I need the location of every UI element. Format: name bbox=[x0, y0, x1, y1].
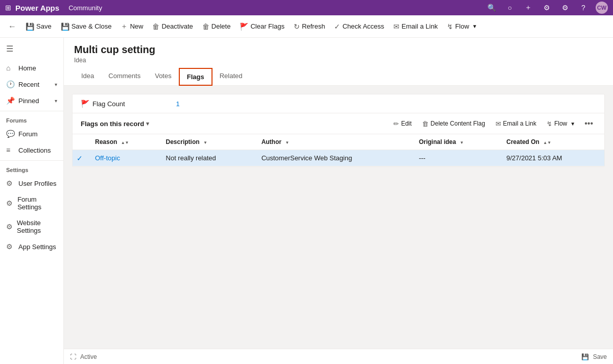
row-reason: Off-topic bbox=[89, 150, 160, 166]
tab-votes[interactable]: Votes bbox=[148, 68, 179, 85]
sidebar-divider-2 bbox=[0, 160, 63, 161]
subgrid-title[interactable]: Flags on this record ▾ bbox=[81, 120, 387, 128]
flags-card: 🚩 Flag Count 1 Flags on this record ▾ ✏ … bbox=[72, 94, 605, 167]
row-check-cell[interactable]: ✓ bbox=[73, 150, 89, 166]
new-icon: ＋ bbox=[121, 22, 128, 31]
header-description[interactable]: Description ▼ bbox=[160, 134, 255, 150]
table-row[interactable]: ✓ Off-topic Not really related CustomerS… bbox=[73, 150, 604, 166]
sidebar-item-collections[interactable]: ≡ Collections bbox=[0, 142, 63, 158]
more-icon: ••• bbox=[584, 119, 593, 128]
tab-related[interactable]: Related bbox=[213, 68, 250, 85]
delete-content-flag-button[interactable]: 🗑 Delete Content Flag bbox=[418, 116, 489, 131]
reason-sort-icons: ▲▼ bbox=[121, 140, 129, 145]
row-description: Not really related bbox=[160, 150, 255, 166]
delete-button[interactable]: 🗑 Delete bbox=[198, 18, 235, 35]
more-options-button[interactable]: ••• bbox=[581, 116, 596, 131]
pinned-expand-icon: ▾ bbox=[55, 98, 57, 104]
header-original-idea[interactable]: Original idea ▼ bbox=[413, 134, 500, 150]
header-check[interactable] bbox=[73, 134, 89, 150]
flag-count-section: 🚩 Flag Count 1 bbox=[73, 94, 604, 113]
header-reason[interactable]: Reason ▲▼ bbox=[89, 134, 160, 150]
deactivate-icon: 🗑 bbox=[152, 22, 159, 31]
search-icon[interactable]: 🔍 bbox=[485, 2, 498, 14]
row-author: CustomerService Web Staging bbox=[255, 150, 413, 166]
refresh-button[interactable]: ↻ Refresh bbox=[290, 18, 329, 35]
sidebar-item-pinned[interactable]: 📌 Pinned ▾ bbox=[0, 92, 63, 109]
subgrid-flow-button[interactable]: ↯ Flow ▼ bbox=[543, 116, 579, 131]
grid-icon[interactable]: ⊞ bbox=[5, 4, 11, 12]
delete-icon: 🗑 bbox=[202, 22, 209, 31]
status-save-icon[interactable]: 💾 bbox=[581, 353, 589, 360]
forums-section-header: Forums bbox=[0, 113, 63, 126]
record-header: Multi cup setting Idea Idea Comments Vot… bbox=[64, 38, 613, 86]
content-area: Multi cup setting Idea Idea Comments Vot… bbox=[64, 38, 613, 364]
avatar[interactable]: CW bbox=[596, 2, 608, 14]
status-bar-right: 💾 Save bbox=[581, 353, 607, 360]
tab-comments[interactable]: Comments bbox=[101, 68, 148, 85]
subgrid-email-icon: ✉ bbox=[496, 120, 501, 128]
flags-table: Reason ▲▼ Description ▼ Author ▼ bbox=[73, 134, 604, 166]
header-author[interactable]: Author ▼ bbox=[255, 134, 413, 150]
deactivate-button[interactable]: 🗑 Deactivate bbox=[148, 18, 197, 35]
back-button[interactable]: ← bbox=[4, 22, 20, 31]
sidebar-item-home[interactable]: ⌂ Home bbox=[0, 60, 63, 76]
subgrid-email-link-button[interactable]: ✉ Email a Link bbox=[491, 116, 540, 131]
check-access-icon: ✓ bbox=[334, 22, 340, 31]
subgrid-toolbar: Flags on this record ▾ ✏ Edit 🗑 Delete C… bbox=[73, 113, 604, 134]
collections-icon: ≡ bbox=[6, 146, 14, 154]
sidebar-item-forum-settings[interactable]: ⚙ Forum Settings bbox=[0, 191, 63, 215]
edit-button[interactable]: ✏ Edit bbox=[389, 116, 416, 131]
env-name: Community bbox=[68, 4, 102, 12]
clear-flags-button[interactable]: 🚩 Clear Flags bbox=[235, 18, 288, 35]
sidebar-item-forum[interactable]: 💬 Forum bbox=[0, 126, 63, 142]
settings-section-header: Settings bbox=[0, 163, 63, 175]
reason-link[interactable]: Off-topic bbox=[95, 154, 120, 162]
sidebar-item-app-settings[interactable]: ⚙ App Settings bbox=[0, 238, 63, 255]
row-created-on: 9/27/2021 5:03 AM bbox=[500, 150, 604, 166]
status-save-label[interactable]: Save bbox=[593, 353, 607, 360]
recent-icon: 🕐 bbox=[6, 80, 14, 88]
tabs: Idea Comments Votes Flags Related bbox=[74, 68, 603, 85]
sidebar-item-recent[interactable]: 🕐 Recent ▾ bbox=[0, 76, 63, 92]
delete-flag-icon: 🗑 bbox=[422, 120, 429, 128]
check-access-button[interactable]: ✓ Check Access bbox=[330, 18, 388, 35]
flags-data-table: Reason ▲▼ Description ▼ Author ▼ bbox=[73, 134, 604, 166]
help-icon[interactable]: ? bbox=[577, 2, 590, 14]
main-layout: ☰ ⌂ Home 🕐 Recent ▾ 📌 Pinned ▾ Forums 💬 … bbox=[0, 38, 613, 364]
flow-icon: ↯ bbox=[447, 22, 453, 31]
app-name: Power Apps bbox=[15, 4, 59, 12]
table-header-row: Reason ▲▼ Description ▼ Author ▼ bbox=[73, 134, 604, 150]
filter-icon[interactable]: ⚙ bbox=[540, 2, 553, 14]
recent-expand-icon: ▾ bbox=[55, 82, 57, 87]
add-icon[interactable]: ＋ bbox=[522, 2, 534, 14]
save-close-button[interactable]: 💾 Save & Close bbox=[57, 18, 116, 35]
sidebar-item-user-profiles[interactable]: ⚙ User Profiles bbox=[0, 175, 63, 191]
save-button[interactable]: 💾 Save bbox=[21, 18, 56, 35]
flow-dropdown-icon: ▼ bbox=[472, 23, 477, 29]
home-icon: ⌂ bbox=[6, 64, 14, 72]
status-expand-icon[interactable]: ⛶ bbox=[70, 353, 76, 360]
status-bar: ⛶ Active 💾 Save bbox=[64, 349, 613, 364]
user-profiles-icon: ⚙ bbox=[6, 179, 14, 187]
email-link-button[interactable]: ✉ Email a Link bbox=[389, 18, 442, 35]
record-title: Multi cup setting bbox=[74, 44, 603, 56]
hamburger-icon[interactable]: ☰ bbox=[0, 38, 63, 60]
edit-icon: ✏ bbox=[393, 120, 399, 128]
created-on-sort-icons: ▲▼ bbox=[543, 140, 551, 145]
sidebar-item-website-settings[interactable]: ⚙ Website Settings bbox=[0, 215, 63, 238]
flag-count-value[interactable]: 1 bbox=[176, 100, 180, 108]
tab-flags[interactable]: Flags bbox=[179, 68, 213, 86]
row-checkmark: ✓ bbox=[77, 154, 83, 162]
app-settings-icon: ⚙ bbox=[6, 242, 14, 251]
flow-button[interactable]: ↯ Flow ▼ bbox=[443, 18, 481, 35]
save-icon: 💾 bbox=[26, 22, 34, 31]
new-button[interactable]: ＋ New bbox=[116, 18, 147, 35]
settings-icon[interactable]: ⚙ bbox=[559, 2, 571, 14]
description-sort-icons: ▼ bbox=[203, 140, 207, 145]
header-created-on[interactable]: Created On ▲▼ bbox=[500, 134, 604, 150]
favorite-icon[interactable]: ○ bbox=[504, 2, 516, 14]
tab-idea[interactable]: Idea bbox=[74, 68, 101, 85]
website-settings-icon: ⚙ bbox=[6, 223, 13, 231]
pinned-icon: 📌 bbox=[6, 96, 14, 105]
command-bar: ← 💾 Save 💾 Save & Close ＋ New 🗑 Deactiva… bbox=[0, 15, 613, 38]
